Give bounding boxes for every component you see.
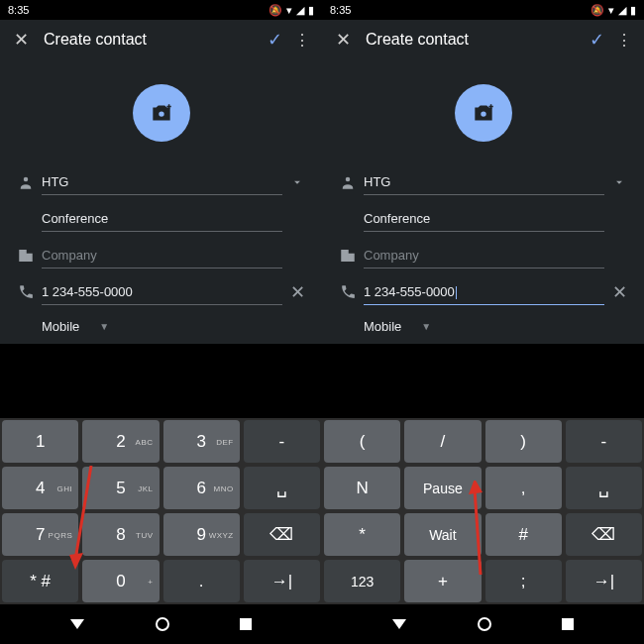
more-icon[interactable]: ⋮ (292, 31, 312, 50)
svg-point-1 (24, 176, 29, 181)
first-name-input[interactable]: HTG (42, 168, 282, 195)
key-comma[interactable]: , (485, 467, 562, 509)
key-enter[interactable]: →| (244, 560, 320, 602)
company-icon (332, 247, 364, 265)
nav-recents-icon[interactable] (240, 618, 252, 630)
page-title: Create contact (354, 31, 585, 49)
nav-bar (0, 604, 322, 644)
key-1[interactable]: 1 (2, 420, 78, 463)
clock-text: 8:35 (330, 4, 351, 16)
key-hash[interactable]: # (485, 513, 562, 556)
status-icons: 🔕▾◢▮ (590, 4, 636, 17)
app-bar: ✕ Create contact ✓ ⋮ (0, 20, 322, 59)
key-3[interactable]: 3DEF (163, 420, 240, 463)
key-sym[interactable]: * # (2, 560, 78, 602)
add-photo-button[interactable] (0, 69, 322, 166)
nav-back-icon[interactable] (70, 619, 84, 629)
nav-home-icon[interactable] (156, 617, 169, 631)
key-backspace[interactable]: ⌫ (244, 513, 320, 556)
key-enter[interactable]: →| (566, 560, 642, 602)
key-0[interactable]: 0+ (82, 560, 159, 602)
key-4[interactable]: 4GHI (2, 467, 78, 509)
camera-plus-icon (149, 100, 174, 126)
clock-text: 8:35 (8, 4, 29, 16)
key-n[interactable]: N (324, 467, 400, 509)
phone-icon (332, 283, 364, 300)
status-bar: 8:35 🔕▾◢▮ (0, 0, 322, 20)
key-star[interactable]: * (324, 513, 400, 556)
key-space[interactable]: ␣ (244, 467, 320, 509)
key-dot[interactable]: . (163, 560, 240, 602)
key-lparen[interactable]: ( (324, 420, 400, 463)
wifi-icon: ▾ (286, 4, 292, 17)
key-7[interactable]: 7PQRS (2, 513, 78, 556)
close-icon[interactable]: ✕ (10, 29, 32, 51)
phone-input[interactable]: 1 234-555-0000 (364, 278, 604, 305)
key-slash[interactable]: / (404, 420, 481, 463)
company-input[interactable]: Company (42, 242, 282, 268)
svg-point-0 (158, 111, 164, 118)
keypad-symbols: ( / ) - N Pause , ␣ * Wait # ⌫ (322, 418, 644, 604)
add-photo-button[interactable] (322, 69, 644, 166)
clear-phone-icon[interactable]: ✕ (282, 281, 312, 303)
svg-point-4 (480, 111, 486, 118)
first-name-input[interactable]: HTG (364, 168, 604, 195)
status-icons: 🔕▾◢▮ (268, 4, 314, 17)
dnd-off-icon: 🔕 (268, 4, 282, 17)
company-input[interactable]: Company (364, 242, 604, 268)
signal-icon: ◢ (618, 4, 626, 17)
key-5[interactable]: 5JKL (82, 467, 159, 509)
person-icon (10, 173, 42, 191)
svg-point-5 (346, 176, 351, 181)
phone-icon (10, 283, 42, 300)
dnd-off-icon: 🔕 (590, 4, 604, 17)
phone-type-label: Mobile (42, 319, 79, 334)
nav-home-icon[interactable] (478, 617, 491, 631)
nav-recents-icon[interactable] (562, 618, 574, 630)
company-icon (10, 247, 42, 265)
close-icon[interactable]: ✕ (332, 29, 354, 51)
nav-back-icon[interactable] (392, 619, 406, 629)
key-2[interactable]: 2ABC (82, 420, 159, 463)
battery-icon: ▮ (308, 4, 314, 17)
key-dash[interactable]: - (566, 420, 642, 463)
dropdown-arrow-icon: ▼ (99, 321, 109, 332)
key-plus[interactable]: + (404, 560, 481, 602)
phone-type-spinner[interactable]: Mobile ▼ (364, 319, 431, 334)
key-123[interactable]: 123 (324, 560, 400, 602)
status-bar: 8:35 🔕▾◢▮ (322, 0, 644, 20)
clear-phone-icon[interactable]: ✕ (604, 281, 634, 303)
expand-name-icon[interactable] (604, 175, 634, 189)
phone-input[interactable]: 1 234-555-0000 (42, 278, 282, 305)
key-dash[interactable]: - (244, 420, 320, 463)
key-semicolon[interactable]: ; (485, 560, 562, 602)
last-name-input[interactable]: Conference (42, 205, 282, 232)
wifi-icon: ▾ (608, 4, 614, 17)
key-9[interactable]: 9WXYZ (163, 513, 240, 556)
nav-bar (322, 604, 644, 644)
save-button[interactable]: ✓ (585, 29, 608, 51)
phone-type-spinner[interactable]: Mobile ▼ (42, 319, 109, 334)
dropdown-arrow-icon: ▼ (421, 321, 431, 332)
key-pause[interactable]: Pause (404, 467, 481, 509)
key-rparen[interactable]: ) (485, 420, 562, 463)
more-icon[interactable]: ⋮ (614, 31, 634, 50)
battery-icon: ▮ (630, 4, 636, 17)
person-icon (332, 173, 364, 191)
key-8[interactable]: 8TUV (82, 513, 159, 556)
key-backspace[interactable]: ⌫ (566, 513, 642, 556)
key-wait[interactable]: Wait (404, 513, 481, 556)
keypad-numeric: 1 2ABC 3DEF - 4GHI 5JKL 6MNO ␣ 7PQRS 8TU… (0, 418, 322, 604)
key-space[interactable]: ␣ (566, 467, 642, 509)
signal-icon: ◢ (296, 4, 304, 17)
expand-name-icon[interactable] (282, 175, 312, 189)
app-bar: ✕ Create contact ✓ ⋮ (322, 20, 644, 59)
page-title: Create contact (32, 31, 263, 49)
key-6[interactable]: 6MNO (163, 467, 240, 509)
last-name-input[interactable]: Conference (364, 205, 604, 232)
camera-plus-icon (471, 100, 496, 126)
save-button[interactable]: ✓ (263, 29, 286, 51)
phone-type-label: Mobile (364, 319, 401, 334)
